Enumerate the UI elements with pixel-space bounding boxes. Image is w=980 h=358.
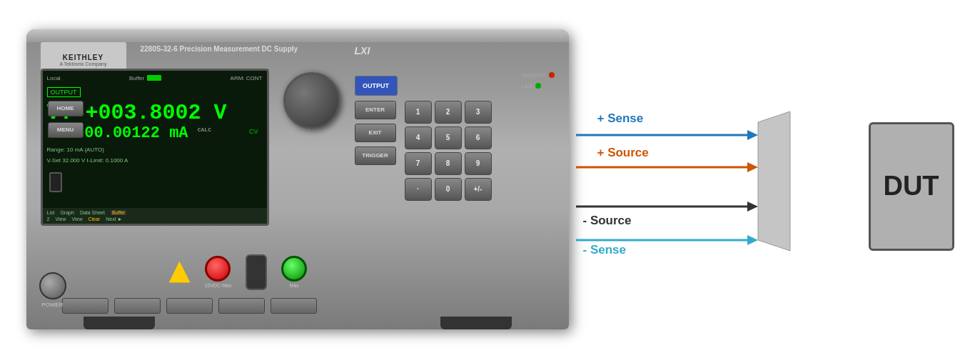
tab-graph: Graph xyxy=(60,210,74,215)
key-4[interactable]: 4 xyxy=(405,126,432,149)
buffer-indicator xyxy=(147,75,161,81)
warning-icon xyxy=(169,262,191,283)
key-3[interactable]: 3 xyxy=(465,101,492,124)
svg-marker-1 xyxy=(747,130,758,140)
power-label: POWER xyxy=(41,302,63,308)
svg-marker-7 xyxy=(747,235,758,245)
menu-button[interactable]: MENU xyxy=(48,122,84,138)
svg-marker-5 xyxy=(747,202,758,212)
svg-marker-8 xyxy=(758,111,790,251)
display-range: Range: 10 mA (AUTO) xyxy=(47,146,263,153)
terminal-black xyxy=(246,254,267,290)
brand-sub: A Tektronix Company xyxy=(59,61,106,66)
display-vset: V-Set 32.000 V I-Limit: 0.1000 A xyxy=(47,157,263,164)
model-text: 2280S-32-6 Precision Measurement DC Supp… xyxy=(141,45,298,53)
usb-port xyxy=(49,172,62,192)
display-buffer: Buffer xyxy=(129,75,161,81)
lan-indicator: LAN xyxy=(521,83,554,89)
remote-indicator: REMOTE xyxy=(521,72,554,79)
dut-label: DUT xyxy=(883,171,939,202)
tab-datasheet: Data Sheet xyxy=(80,210,105,215)
terminal-green-label: Max xyxy=(290,283,299,288)
terminal-green xyxy=(281,256,307,282)
key-plusminus[interactable]: +/- xyxy=(465,178,492,201)
brand-name: KEITHLEY xyxy=(63,54,103,61)
output-button[interactable]: OUTPUT xyxy=(355,76,398,96)
keypad: 1 2 3 4 5 6 7 8 9 · 0 +/- xyxy=(405,101,492,201)
key-0[interactable]: 0 xyxy=(435,178,462,201)
connection-diagram: + Sense + Source - Source - Sense DUT xyxy=(576,29,954,329)
minus-source-label: - Source xyxy=(583,214,632,228)
display-header: Local Buffer ARM: CONT xyxy=(47,75,263,81)
svg-marker-3 xyxy=(747,162,758,172)
key-6[interactable]: 6 xyxy=(465,126,492,149)
exit-button[interactable]: EXIT xyxy=(355,124,396,142)
key-dot[interactable]: · xyxy=(405,178,432,201)
key-9[interactable]: 9 xyxy=(465,152,492,175)
display-local: Local xyxy=(47,75,61,81)
power-knob[interactable] xyxy=(39,272,66,299)
display-cv: CV xyxy=(249,128,258,135)
enter-button[interactable]: ENTER xyxy=(355,101,396,119)
tab-buffer: Buffer xyxy=(111,210,127,215)
tab-list: List xyxy=(47,210,55,215)
terminals: 32VDC Max Max xyxy=(169,254,308,290)
display-footer-row: 2 View View Clear Next ► xyxy=(47,217,263,222)
softkey-2[interactable] xyxy=(114,298,161,314)
foot-left xyxy=(84,317,155,329)
softkey-5[interactable] xyxy=(271,298,317,314)
remote-dot xyxy=(549,72,555,78)
display-footer: List Graph Data Sheet Buffer 2 View View… xyxy=(43,208,267,224)
key-1[interactable]: 1 xyxy=(405,101,432,124)
lxi-label: LXI xyxy=(355,45,370,56)
instrument-feet xyxy=(84,317,512,329)
home-button[interactable]: HOME xyxy=(48,101,84,116)
terminal-red-label: 32VDC Max xyxy=(205,283,232,288)
power-area: POWER xyxy=(39,272,66,308)
trigger-button[interactable]: TRIGGER xyxy=(355,146,396,165)
lan-dot xyxy=(535,83,541,89)
plus-source-label: + Source xyxy=(597,146,649,160)
key-5[interactable]: 5 xyxy=(435,126,462,149)
dut-box: DUT xyxy=(869,122,954,251)
softkey-1[interactable] xyxy=(62,298,108,314)
plus-sense-label: + Sense xyxy=(597,111,644,126)
key-2[interactable]: 2 xyxy=(435,101,462,124)
display-screen: Local Buffer ARM: CONT OUTPUT V: +003.80… xyxy=(41,69,269,226)
softkeys xyxy=(62,298,317,314)
main-container: KEITHLEY A Tektronix Company 2280S-32-6 … xyxy=(26,15,954,344)
minus-sense-label: - Sense xyxy=(583,243,626,257)
key-8[interactable]: 8 xyxy=(435,152,462,175)
indicators: REMOTE LAN xyxy=(521,72,554,89)
display-arm: ARM: CONT xyxy=(231,75,263,81)
softkey-4[interactable] xyxy=(218,298,265,314)
foot-right xyxy=(440,317,512,329)
side-buttons: HOME MENU xyxy=(48,101,84,138)
key-7[interactable]: 7 xyxy=(405,152,432,175)
softkey-3[interactable] xyxy=(166,298,213,314)
main-knob[interactable] xyxy=(283,72,340,129)
instrument: KEITHLEY A Tektronix Company 2280S-32-6 … xyxy=(26,29,569,329)
terminal-red xyxy=(205,256,231,282)
display-calc: CALC xyxy=(198,126,211,132)
display-output-label: OUTPUT xyxy=(47,87,81,97)
display-tabs: List Graph Data Sheet Buffer xyxy=(47,210,263,215)
nav-buttons: ENTER EXIT TRIGGER xyxy=(355,101,396,165)
